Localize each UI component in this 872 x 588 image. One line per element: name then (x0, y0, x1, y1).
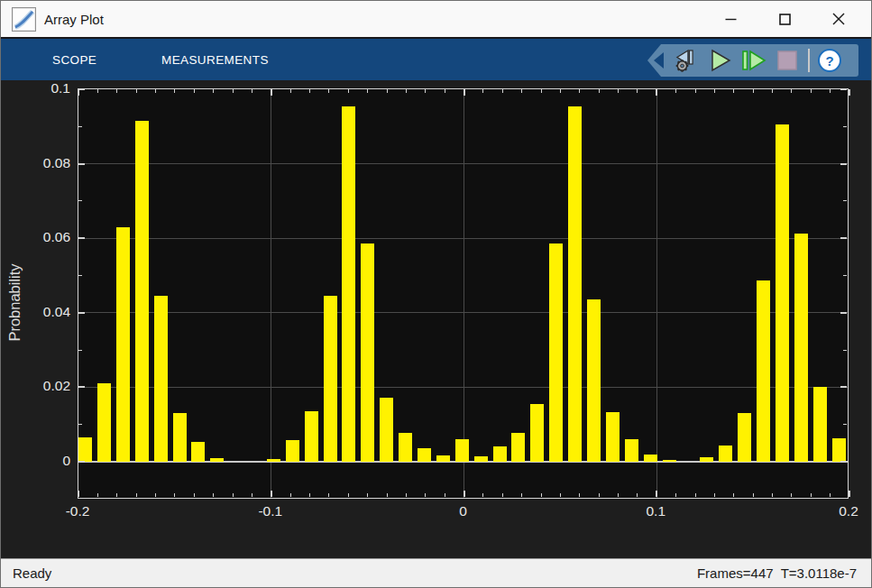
x-axis-tick (445, 493, 445, 497)
histogram-bar (399, 433, 412, 462)
window-titlebar[interactable]: Array Plot (1, 1, 871, 39)
plot-region: Probnability -0.2-0.100.10.200.020.040.0… (1, 80, 871, 560)
x-axis-tick (425, 89, 426, 93)
y-axis-label: Probnability (6, 222, 23, 384)
histogram-bar (700, 457, 713, 462)
histogram-bar (738, 413, 751, 462)
histogram-bar (324, 296, 337, 462)
stop-button[interactable] (770, 45, 804, 76)
x-tick-label: -0.1 (238, 503, 303, 519)
x-axis-tick (675, 493, 676, 497)
x-axis-tick (271, 491, 272, 497)
x-axis-tick (579, 493, 580, 497)
y-axis-tick (840, 312, 847, 314)
x-axis-tick (541, 89, 542, 93)
x-axis-tick (328, 89, 329, 93)
histogram-bar (418, 448, 431, 462)
y-axis-tick (78, 237, 85, 239)
x-axis-tick (733, 493, 734, 497)
gridline-horizontal (78, 238, 848, 239)
x-axis-tick (194, 493, 195, 497)
close-icon (832, 13, 845, 25)
maximize-button[interactable] (757, 1, 812, 37)
gridline-horizontal (78, 163, 848, 164)
gridline-horizontal (78, 312, 848, 313)
x-axis-tick (116, 493, 117, 497)
x-axis-tick (213, 89, 214, 93)
x-axis-tick (116, 89, 117, 93)
x-axis-tick (464, 491, 465, 497)
x-axis-tick (194, 89, 195, 93)
x-axis-tick (406, 89, 407, 93)
x-axis-tick (213, 493, 214, 497)
x-axis-tick (233, 89, 234, 93)
x-axis-tick (830, 89, 831, 93)
histogram-bar (97, 383, 111, 462)
y-axis-tick (843, 424, 847, 425)
x-axis-tick (482, 493, 483, 497)
status-bar: Ready Frames=447 T=3.0118e-7 (1, 558, 871, 587)
x-axis-tick (714, 493, 715, 497)
histogram-bar (606, 412, 620, 462)
step-back-settings-button[interactable] (667, 45, 702, 76)
histogram-bar (832, 438, 846, 462)
x-axis-tick (849, 89, 850, 96)
step-back-settings-icon (670, 47, 699, 74)
window-title: Array Plot (44, 12, 104, 27)
tab-scope[interactable]: SCOPE (52, 39, 96, 80)
run-button[interactable] (702, 45, 736, 76)
toolbar-separator (808, 49, 810, 72)
step-forward-icon (739, 48, 766, 73)
run-icon (706, 48, 731, 73)
array-plot-app-icon (12, 7, 36, 32)
gridline-vertical (656, 89, 657, 498)
histogram-bar (116, 227, 130, 462)
maximize-icon (779, 14, 791, 25)
x-axis-tick (155, 89, 156, 93)
x-axis-tick (714, 89, 715, 93)
step-forward-button[interactable] (736, 45, 770, 76)
x-axis-tick (174, 89, 175, 93)
y-axis-tick (78, 88, 85, 90)
x-axis-tick (521, 493, 522, 497)
x-axis-tick (811, 493, 812, 497)
minimize-button[interactable] (703, 1, 757, 37)
x-axis-tick (656, 89, 657, 96)
y-tick-label: 0.08 (1, 155, 70, 171)
collapse-toolbar-icon[interactable] (654, 52, 664, 69)
help-button[interactable]: ? (813, 45, 846, 76)
x-axis-tick (97, 89, 98, 93)
x-axis-tick (464, 89, 465, 96)
x-axis-tick (309, 493, 310, 497)
x-axis-tick (233, 493, 234, 497)
histogram-bar (568, 106, 582, 462)
plot-canvas[interactable] (78, 88, 849, 499)
y-axis-tick (78, 163, 85, 165)
x-axis-tick (618, 493, 619, 497)
x-axis-tick (599, 493, 600, 497)
x-axis-tick (560, 89, 561, 93)
x-axis-tick (309, 89, 310, 93)
y-axis-tick (78, 386, 85, 388)
x-axis-tick (348, 89, 349, 93)
x-axis-tick (733, 89, 734, 93)
x-axis-tick (328, 493, 329, 497)
y-axis-tick (78, 461, 85, 463)
y-axis-tick (840, 237, 847, 239)
histogram-bar (267, 459, 280, 462)
x-axis-tick (753, 493, 754, 497)
histogram-bar (210, 458, 224, 462)
window-controls (703, 1, 866, 37)
y-axis-tick (840, 88, 847, 90)
y-axis-tick (843, 275, 847, 276)
x-axis-tick (136, 89, 137, 93)
x-axis-tick (753, 89, 754, 93)
histogram-bar (361, 243, 374, 462)
close-button[interactable] (812, 1, 866, 37)
histogram-bar (154, 296, 168, 462)
histogram-bar (757, 280, 770, 462)
tab-measurements[interactable]: MEASUREMENTS (161, 39, 269, 80)
y-tick-label: 0.06 (1, 229, 70, 245)
histogram-bar (530, 404, 544, 462)
histogram-bar (493, 446, 507, 462)
